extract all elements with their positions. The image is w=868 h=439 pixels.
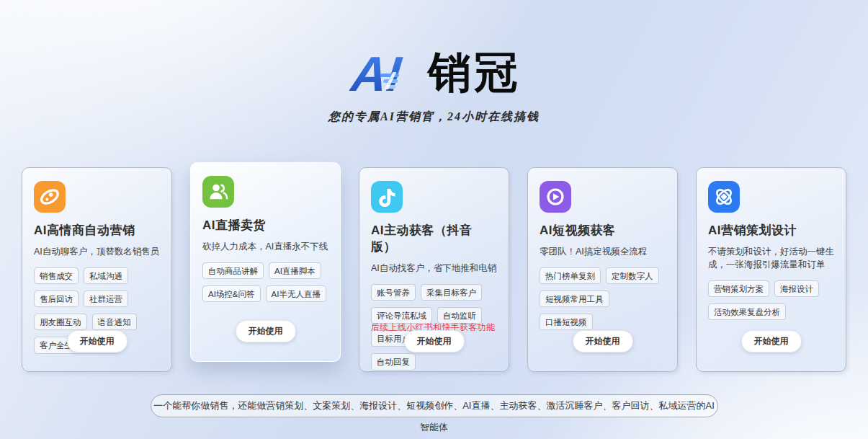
feature-tag: 营销策划方案 [708,280,769,297]
feature-tag: 热门榜单复刻 [540,267,601,284]
start-button[interactable]: 开始使用 [67,330,127,352]
product-cards-row: AI高情商自动营销 AI自动聊客户，顶替数名销售员 销售成交 私域沟通 售后回访… [22,167,846,372]
feature-tag: 朋友圈互动 [34,314,87,330]
ai-logo-mark: AI [348,40,421,101]
start-button[interactable]: 开始使用 [404,330,465,352]
landing-page: AI 销冠 您的专属AI营销官，24小时在线搞钱 [0,0,868,439]
feature-tag: 销售成交 [34,267,79,284]
feature-tag: AI场控&问答 [202,285,261,302]
start-button[interactable]: 开始使用 [236,320,296,342]
feature-tag: 售后回访 [34,291,79,307]
header: AI 销冠 您的专属AI营销官，24小时在线搞钱 [0,40,868,125]
card-title: AI主动获客（抖音版） [371,222,497,255]
feature-tag: 采集目标客户 [421,284,482,301]
start-button[interactable]: 开始使用 [573,330,633,352]
feature-tag: 定制数字人 [606,267,659,284]
video-play-icon [540,181,571,213]
feature-tag: AI直播脚本 [269,262,321,279]
card-title: AI短视频获客 [540,222,666,239]
feature-tags: 自动商品讲解 AI直播脚本 AI场控&问答 AI半无人直播 [202,262,328,302]
users-icon [202,176,234,208]
card-title: AI直播卖货 [202,217,328,234]
atom-icon [708,181,740,213]
card-ai-short-video[interactable]: AI短视频获客 零团队！AI搞定视频全流程 热门榜单复刻 定制数字人 短视频常用… [527,167,678,372]
card-title: AI营销策划设计 [708,222,834,239]
feature-tag: 社群运营 [84,291,128,307]
card-description: 零团队！AI搞定视频全流程 [540,245,666,258]
card-ai-auto-marketing[interactable]: AI高情商自动营销 AI自动聊客户，顶替数名销售员 销售成交 私域沟通 售后回访… [22,167,172,372]
feature-tag: 海报设计 [774,280,819,297]
card-description: 砍掉人力成本，AI直播永不下线 [202,240,328,253]
tiktok-icon [371,181,403,213]
feature-tag: 短视频常用工具 [540,291,609,307]
card-description: 不请策划和设计，好活动一键生成，一张海报引爆流量和订单 [708,245,834,271]
feature-tag: AI半无人直播 [266,285,326,302]
card-description: AI自动聊客户，顶替数名销售员 [34,245,160,258]
card-ai-douyin-leads[interactable]: AI主动获客（抖音版） AI自动找客户，省下地推和电销 账号管养 采集目标客户 … [359,167,509,372]
feature-tag: 语音通知 [92,314,137,330]
card-ai-live-selling[interactable]: AI直播卖货 砍掉人力成本，AI直播永不下线 自动商品讲解 AI直播脚本 AI场… [190,162,341,362]
feature-tags: 营销策划方案 海报设计 活动效果复盘分析 [708,280,834,320]
feature-tag: 口播短视频 [540,314,593,330]
feature-tag: 账号管养 [371,284,416,301]
feature-tag: 自动商品讲解 [202,262,264,279]
feature-tag: 活动效果复盘分析 [708,303,786,320]
footer-summary: 一个能帮你做销售，还能做营销策划、文案策划、海报设计、短视频创作、AI直播、主动… [151,394,718,417]
peanut-chat-icon [34,181,66,213]
logo: AI 销冠 [0,40,868,101]
feature-tag: 私域沟通 [84,267,128,284]
card-ai-marketing-design[interactable]: AI营销策划设计 不请策划和设计，好活动一键生成，一张海报引爆流量和订单 营销策… [696,167,846,372]
logo-brand-name: 销冠 [429,45,521,101]
card-title: AI高情商自动营销 [34,222,160,239]
feature-tag: 自动回复 [371,353,416,370]
tagline: 您的专属AI营销官，24小时在线搞钱 [0,110,868,125]
feature-tags: 热门榜单复刻 定制数字人 短视频常用工具 口播短视频 [540,267,666,330]
start-button[interactable]: 开始使用 [741,330,802,352]
card-description: AI自动找客户，省下地推和电销 [371,262,497,275]
